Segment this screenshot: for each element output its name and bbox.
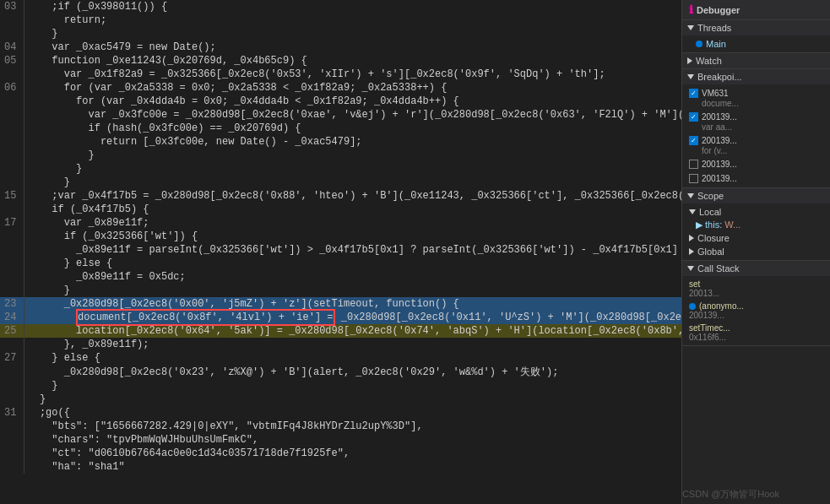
line-code: function _0xe11243(_0x20769d, _0x4b65c9)… <box>24 54 681 68</box>
line-code: } else { <box>24 351 681 365</box>
breakpoints-section: Breakpoi... VM631docume...200139...var a… <box>682 69 830 188</box>
line-code: location[_0x2ec8('0x64', '5ak')] = _0x28… <box>24 324 681 338</box>
breakpoint-item[interactable]: 200139... <box>682 171 830 186</box>
table-row: 06 for (var _0x2a5338 = 0x0; _0x2a5338 <… <box>0 81 681 95</box>
callstack-item[interactable]: (anonymo...200139... <box>682 300 830 322</box>
info-icon: ℹ <box>689 3 693 16</box>
line-code: ;if (_0x398011()) { <box>24 0 681 14</box>
line-code: } <box>24 149 681 162</box>
breakpoint-text: 200139... <box>702 159 737 170</box>
callstack-location: 20013... <box>689 289 823 298</box>
table-row: "ct": "d0610b67664ac0e0c1d34c03571718de7… <box>0 447 681 460</box>
scope-label: Scope <box>697 191 724 201</box>
line-code: if (hash(_0x3fc00e) == _0x20769d) { <box>24 122 681 135</box>
line-number: 23 <box>0 297 24 311</box>
line-number: 05 <box>0 54 24 68</box>
line-number <box>0 27 24 41</box>
breakpoint-text: 200139...for (v... <box>702 135 737 155</box>
table-row: for (var _0x4dda4b = 0x0; _0x4dda4b < _0… <box>0 95 681 108</box>
line-number <box>0 135 24 149</box>
breakpoint-item[interactable]: 200139...for (v... <box>682 133 830 157</box>
table-row: 24 document[_0x2ec8('0x8f', '4lvl') + 'i… <box>0 311 681 324</box>
watch-label: Watch <box>696 56 722 66</box>
line-code: document[_0x2ec8('0x8f', '4lvl') + 'ie']… <box>24 311 681 324</box>
line-number <box>0 243 24 257</box>
line-number <box>0 460 24 474</box>
line-code: var _0xac5479 = new Date(); <box>24 41 681 54</box>
line-code: var _0x89e11f; <box>24 216 681 230</box>
scope-closure[interactable]: Closure <box>682 231 830 245</box>
table-row: } <box>0 379 681 393</box>
scope-header[interactable]: Scope <box>682 188 830 203</box>
breakpoint-checkbox[interactable] <box>689 174 698 183</box>
code-scroll[interactable]: 03 ;if (_0x398011()) { return; }04 var _… <box>0 0 681 504</box>
code-table: 03 ;if (_0x398011()) { return; }04 var _… <box>0 0 681 474</box>
breakpoint-item[interactable]: VM631docume... <box>682 86 830 110</box>
scope-section: Scope Local ▶ this: W... Closure Global <box>682 188 830 261</box>
line-number <box>0 108 24 122</box>
line-number: 06 <box>0 81 24 95</box>
line-number: 24 <box>0 311 24 324</box>
line-number <box>0 149 24 162</box>
scope-this-name: ▶ this: <box>696 219 724 230</box>
line-number <box>0 68 24 81</box>
breakpoints-header[interactable]: Breakpoi... <box>682 69 830 84</box>
line-code: ;go({ <box>24 406 681 420</box>
breakpoint-checkbox[interactable] <box>689 112 698 122</box>
debugger-header: ℹ Debugger <box>682 0 830 20</box>
line-code: } <box>24 176 681 189</box>
line-code: _0x89e11f = 0x5dc; <box>24 270 681 284</box>
table-row: }, _0x89e11f); <box>0 338 681 351</box>
scope-global[interactable]: Global <box>682 245 830 258</box>
line-code: return [_0x3fc00e, new Date() - _0xac547… <box>24 135 681 149</box>
line-number <box>0 122 24 135</box>
line-number <box>0 176 24 189</box>
breakpoint-checkbox[interactable] <box>689 89 698 98</box>
scope-arrow <box>687 193 694 198</box>
line-code: return; <box>24 14 681 27</box>
line-number <box>0 14 24 27</box>
line-code: } <box>24 379 681 393</box>
line-code: var _0x3fc00e = _0x280d98[_0x2ec8('0xae'… <box>24 108 681 122</box>
line-code: "ct": "d0610b67664ac0e0c1d34c03571718de7… <box>24 447 681 460</box>
thread-main[interactable]: Main <box>682 37 830 51</box>
threads-header[interactable]: Threads <box>682 20 830 35</box>
table-row: } <box>0 393 681 406</box>
line-number <box>0 257 24 270</box>
table-row: 27 } else { <box>0 351 681 365</box>
breakpoint-checkbox[interactable] <box>689 136 698 145</box>
threads-label: Threads <box>697 23 731 33</box>
line-code: } <box>24 284 681 297</box>
callstack-item[interactable]: setTimec...0x116f6... <box>682 322 830 344</box>
line-number <box>0 203 24 216</box>
table-row: if (hash(_0x3fc00e) == _0x20769d) { <box>0 122 681 135</box>
line-code: "chars": "tpvPbmWqWJHbuUhsUmFmkC", <box>24 433 681 447</box>
callstack-item[interactable]: set20013... <box>682 278 830 300</box>
line-number <box>0 433 24 447</box>
table-row: 05 function _0xe11243(_0x20769d, _0x4b65… <box>0 54 681 68</box>
table-row: 17 var _0x89e11f; <box>0 216 681 230</box>
breakpoint-item[interactable]: 200139...var aa... <box>682 110 830 133</box>
line-number: 27 <box>0 351 24 365</box>
line-number <box>0 95 24 108</box>
line-code: } <box>24 393 681 406</box>
threads-section: Threads Main <box>682 20 830 53</box>
table-row: _0x89e11f = 0x5dc; <box>0 270 681 284</box>
table-row: _0x89e11f = parseInt(_0x325366['wt']) > … <box>0 243 681 257</box>
table-row: } <box>0 149 681 162</box>
scope-global-arrow <box>689 248 694 255</box>
threads-arrow <box>687 25 694 30</box>
callstack-function: (anonymo... <box>699 301 744 311</box>
callstack-header[interactable]: Call Stack <box>682 261 830 276</box>
breakpoint-item[interactable]: 200139... <box>682 157 830 171</box>
table-row: 25 location[_0x2ec8('0x64', '5ak')] = _0… <box>0 324 681 338</box>
breakpoint-checkbox[interactable] <box>689 160 698 169</box>
table-row: } else { <box>0 257 681 270</box>
table-row: 04 var _0xac5479 = new Date(); <box>0 41 681 54</box>
scope-closure-label: Closure <box>697 233 730 243</box>
table-row: "ha": "sha1" <box>0 460 681 474</box>
breakpoint-text: 200139... <box>702 173 737 184</box>
scope-content: Local ▶ this: W... Closure Global <box>682 203 830 260</box>
scope-local[interactable]: Local <box>682 205 830 219</box>
watch-header[interactable]: Watch <box>682 53 830 68</box>
